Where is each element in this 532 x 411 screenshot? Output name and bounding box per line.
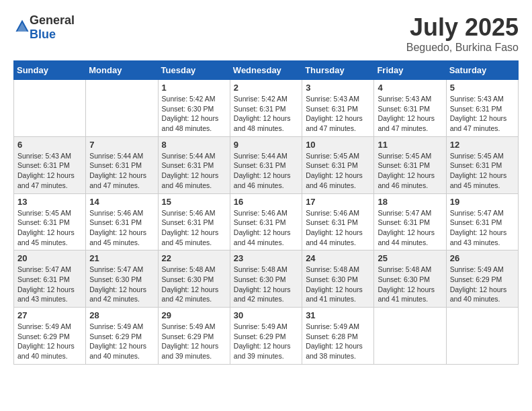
sunrise-text: Sunrise: 5:49 AM <box>17 322 71 330</box>
daylight-text: Daylight: 12 hours and 47 minutes. <box>378 114 435 132</box>
day-of-week-tuesday: Tuesday <box>158 61 230 80</box>
day-number: 16 <box>234 197 298 207</box>
day-of-week-sunday: Sunday <box>14 61 86 80</box>
sunset-text: Sunset: 6:31 PM <box>450 161 502 169</box>
day-info: Sunrise: 5:48 AMSunset: 6:30 PMDaylight:… <box>378 265 442 304</box>
sunrise-text: Sunrise: 5:47 AM <box>89 265 143 273</box>
logo-graphic <box>13 19 30 36</box>
calendar-header-row: SundayMondayTuesdayWednesdayThursdayFrid… <box>14 61 519 80</box>
daylight-text: Daylight: 12 hours and 47 minutes. <box>17 171 75 189</box>
sunset-text: Sunset: 6:31 PM <box>17 161 70 169</box>
sunrise-text: Sunrise: 5:44 AM <box>162 152 216 160</box>
day-of-week-wednesday: Wednesday <box>230 61 302 80</box>
daylight-text: Daylight: 12 hours and 47 minutes. <box>306 114 363 132</box>
day-info: Sunrise: 5:46 AMSunset: 6:31 PMDaylight:… <box>234 208 298 248</box>
sunset-text: Sunset: 6:31 PM <box>306 218 358 226</box>
title-block: July 2025 Beguedo, Burkina Faso <box>406 13 519 54</box>
daylight-text: Daylight: 12 hours and 46 minutes. <box>378 171 435 189</box>
sunset-text: Sunset: 6:30 PM <box>89 275 142 283</box>
calendar-cell: 29Sunrise: 5:49 AMSunset: 6:29 PMDayligh… <box>158 308 230 365</box>
day-number: 6 <box>17 140 82 150</box>
daylight-text: Daylight: 12 hours and 40 minutes. <box>17 342 75 360</box>
sunrise-text: Sunrise: 5:48 AM <box>162 265 216 273</box>
day-info: Sunrise: 5:49 AMSunset: 6:28 PMDaylight:… <box>306 322 370 361</box>
calendar-cell: 12Sunrise: 5:45 AMSunset: 6:31 PMDayligh… <box>446 136 518 193</box>
day-info: Sunrise: 5:44 AMSunset: 6:31 PMDaylight:… <box>162 151 226 191</box>
sunrise-text: Sunrise: 5:46 AM <box>89 209 143 217</box>
location-title: Beguedo, Burkina Faso <box>406 42 519 54</box>
sunrise-text: Sunrise: 5:43 AM <box>450 95 504 103</box>
calendar-cell <box>86 80 158 137</box>
day-number: 28 <box>89 310 154 320</box>
day-info: Sunrise: 5:48 AMSunset: 6:30 PMDaylight:… <box>162 265 226 304</box>
sunrise-text: Sunrise: 5:43 AM <box>17 152 71 160</box>
day-number: 7 <box>89 140 154 150</box>
day-info: Sunrise: 5:49 AMSunset: 6:29 PMDaylight:… <box>162 322 226 361</box>
day-info: Sunrise: 5:43 AMSunset: 6:31 PMDaylight:… <box>378 94 442 134</box>
sunset-text: Sunset: 6:29 PM <box>89 332 142 340</box>
sunset-text: Sunset: 6:31 PM <box>450 218 502 226</box>
day-info: Sunrise: 5:46 AMSunset: 6:31 PMDaylight:… <box>306 208 370 248</box>
calendar-cell: 4Sunrise: 5:43 AMSunset: 6:31 PMDaylight… <box>374 80 446 137</box>
calendar-table: SundayMondayTuesdayWednesdayThursdayFrid… <box>13 60 519 365</box>
sunset-text: Sunset: 6:31 PM <box>306 105 358 113</box>
calendar-cell: 19Sunrise: 5:47 AMSunset: 6:31 PMDayligh… <box>446 193 518 250</box>
day-number: 26 <box>450 253 515 263</box>
sunset-text: Sunset: 6:29 PM <box>234 332 286 340</box>
daylight-text: Daylight: 12 hours and 45 minutes. <box>89 228 146 246</box>
calendar-cell: 9Sunrise: 5:44 AMSunset: 6:31 PMDaylight… <box>230 136 302 193</box>
calendar-cell: 1Sunrise: 5:42 AMSunset: 6:30 PMDaylight… <box>158 80 230 137</box>
calendar-cell: 28Sunrise: 5:49 AMSunset: 6:29 PMDayligh… <box>86 308 158 365</box>
day-number: 27 <box>17 310 82 320</box>
daylight-text: Daylight: 12 hours and 43 minutes. <box>17 285 75 304</box>
calendar-cell: 25Sunrise: 5:48 AMSunset: 6:30 PMDayligh… <box>374 250 446 308</box>
sunset-text: Sunset: 6:31 PM <box>89 218 142 226</box>
calendar-cell: 27Sunrise: 5:49 AMSunset: 6:29 PMDayligh… <box>14 308 86 365</box>
calendar-cell: 6Sunrise: 5:43 AMSunset: 6:31 PMDaylight… <box>14 136 86 193</box>
daylight-text: Daylight: 12 hours and 45 minutes. <box>450 171 507 189</box>
calendar-cell <box>446 308 518 365</box>
sunrise-text: Sunrise: 5:48 AM <box>378 265 431 273</box>
daylight-text: Daylight: 12 hours and 39 minutes. <box>162 342 219 360</box>
daylight-text: Daylight: 12 hours and 48 minutes. <box>162 114 219 132</box>
daylight-text: Daylight: 12 hours and 47 minutes. <box>89 171 146 189</box>
sunrise-text: Sunrise: 5:49 AM <box>89 322 143 330</box>
daylight-text: Daylight: 12 hours and 42 minutes. <box>162 285 219 304</box>
calendar-cell: 14Sunrise: 5:46 AMSunset: 6:31 PMDayligh… <box>86 193 158 250</box>
sunset-text: Sunset: 6:31 PM <box>17 275 70 283</box>
sunset-text: Sunset: 6:31 PM <box>450 105 502 113</box>
day-number: 5 <box>450 83 515 93</box>
calendar-cell: 23Sunrise: 5:48 AMSunset: 6:30 PMDayligh… <box>230 250 302 308</box>
logo-text: General Blue <box>30 13 75 42</box>
calendar-cell <box>374 308 446 365</box>
daylight-text: Daylight: 12 hours and 48 minutes. <box>234 114 291 132</box>
day-info: Sunrise: 5:47 AMSunset: 6:31 PMDaylight:… <box>378 208 442 248</box>
day-info: Sunrise: 5:44 AMSunset: 6:31 PMDaylight:… <box>234 151 298 191</box>
daylight-text: Daylight: 12 hours and 46 minutes. <box>162 171 219 189</box>
day-number: 20 <box>17 253 82 263</box>
sunrise-text: Sunrise: 5:46 AM <box>162 209 216 217</box>
day-info: Sunrise: 5:44 AMSunset: 6:31 PMDaylight:… <box>89 151 154 191</box>
daylight-text: Daylight: 12 hours and 46 minutes. <box>234 171 291 189</box>
calendar-week-row: 20Sunrise: 5:47 AMSunset: 6:31 PMDayligh… <box>14 250 519 308</box>
day-info: Sunrise: 5:45 AMSunset: 6:31 PMDaylight:… <box>378 151 442 191</box>
daylight-text: Daylight: 12 hours and 40 minutes. <box>450 285 507 304</box>
calendar-cell: 10Sunrise: 5:45 AMSunset: 6:31 PMDayligh… <box>302 136 374 193</box>
daylight-text: Daylight: 12 hours and 47 minutes. <box>450 114 507 132</box>
calendar-week-row: 6Sunrise: 5:43 AMSunset: 6:31 PMDaylight… <box>14 136 519 193</box>
sunrise-text: Sunrise: 5:47 AM <box>378 209 431 217</box>
day-number: 31 <box>306 310 370 320</box>
day-info: Sunrise: 5:42 AMSunset: 6:30 PMDaylight:… <box>162 94 226 134</box>
daylight-text: Daylight: 12 hours and 45 minutes. <box>17 228 75 246</box>
sunrise-text: Sunrise: 5:47 AM <box>17 265 71 273</box>
day-info: Sunrise: 5:46 AMSunset: 6:31 PMDaylight:… <box>89 208 154 248</box>
day-info: Sunrise: 5:47 AMSunset: 6:31 PMDaylight:… <box>450 208 515 248</box>
calendar-cell: 18Sunrise: 5:47 AMSunset: 6:31 PMDayligh… <box>374 193 446 250</box>
day-number: 3 <box>306 83 370 93</box>
day-number: 24 <box>306 253 370 263</box>
day-info: Sunrise: 5:48 AMSunset: 6:30 PMDaylight:… <box>234 265 298 304</box>
day-info: Sunrise: 5:43 AMSunset: 6:31 PMDaylight:… <box>17 151 82 191</box>
day-info: Sunrise: 5:45 AMSunset: 6:31 PMDaylight:… <box>450 151 515 191</box>
sunset-text: Sunset: 6:31 PM <box>378 105 430 113</box>
sunrise-text: Sunrise: 5:45 AM <box>450 152 504 160</box>
